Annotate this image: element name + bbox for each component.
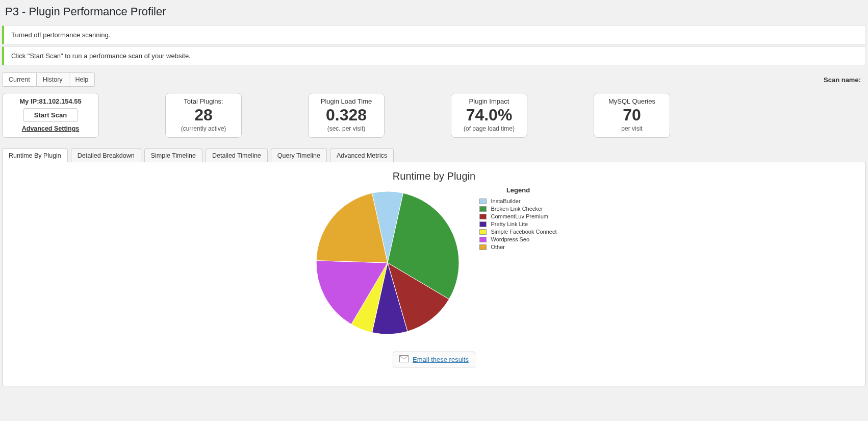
tab-detailed-timeline[interactable]: Detailed Timeline [206,148,268,162]
chart-title: Runtime by Plugin [10,170,858,182]
legend-swatch [479,199,487,204]
metric-load-time: Plugin Load Time 0.328 (sec. per visit) [308,93,385,138]
page-title: P3 - Plugin Performance Profiler [5,5,866,18]
legend-item[interactable]: InstaBuilder [479,198,556,204]
legend-label: Wordpress Seo [491,236,529,242]
envelope-icon [399,355,409,364]
metric-sub: (sec. per visit) [318,125,375,132]
legend-swatch [479,221,487,227]
legend-item[interactable]: Pretty Link Lite [479,221,556,227]
legend-label: Broken Link Checker [491,206,543,212]
metric-value: 74.0% [461,106,518,124]
legend-item[interactable]: Broken Link Checker [479,206,556,212]
notice-start-scan: Click "Start Scan" to run a performance … [2,46,866,65]
metric-label: MySQL Queries [603,97,660,105]
legend-swatch [479,229,487,235]
legend-item[interactable]: Simple Facebook Connect [479,229,556,235]
top-tabs: Current History Help [2,72,95,87]
legend-item[interactable]: Other [479,244,556,250]
metric-label: Total Plugins: [175,97,232,105]
tab-detailed-breakdown[interactable]: Detailed Breakdown [71,148,141,162]
pie-chart [311,186,464,339]
metric-value: 0.328 [318,106,375,124]
scan-control-card: My IP:81.102.154.55 Start Scan Advanced … [2,93,99,138]
tab-simple-timeline[interactable]: Simple Timeline [144,148,202,162]
chart-legend: Legend InstaBuilderBroken Link CheckerCo… [479,186,556,252]
start-scan-button[interactable]: Start Scan [23,108,78,122]
tab-help[interactable]: Help [69,73,95,86]
my-ip: My IP:81.102.154.55 [12,97,89,105]
legend-swatch [479,214,487,219]
metric-queries: MySQL Queries 70 per visit [594,93,670,138]
email-results-link[interactable]: Email these results [413,356,469,363]
metric-label: Plugin Load Time [318,97,375,105]
advanced-settings-link[interactable]: Advanced Settings [12,125,89,132]
ip-label: My IP: [19,97,39,105]
metric-total-plugins: Total Plugins: 28 (currently active) [165,93,242,138]
legend-swatch [479,206,487,212]
metric-value: 70 [603,106,660,124]
tab-current[interactable]: Current [3,73,37,86]
legend-swatch [479,237,487,242]
notice-scanning-off: Turned off performance scanning. [2,26,866,44]
legend-label: InstaBuilder [491,198,520,204]
metric-label: Plugin Impact [461,97,518,105]
metric-value: 28 [175,106,232,124]
legend-label: Simple Facebook Connect [491,229,556,235]
tab-advanced-metrics[interactable]: Advanced Metrics [330,148,394,162]
legend-item[interactable]: Wordpress Seo [479,236,556,242]
metric-sub: (currently active) [175,125,232,132]
legend-label: Pretty Link Lite [491,221,528,227]
tab-history[interactable]: History [37,73,69,86]
legend-label: CommentLuv Premium [491,213,548,219]
tab-runtime-by-plugin[interactable]: Runtime By Plugin [2,148,68,162]
email-results-box[interactable]: Email these results [393,352,475,367]
ip-value: 81.102.154.55 [39,97,82,105]
metric-sub: per visit [603,125,660,132]
legend-label: Other [491,244,505,250]
legend-swatch [479,244,487,250]
legend-title: Legend [479,186,556,194]
tab-query-timeline[interactable]: Query Timeline [271,148,327,162]
result-tabs: Runtime By Plugin Detailed Breakdown Sim… [2,148,866,162]
results-panel: Runtime by Plugin Legend InstaBuilderBro… [2,162,866,386]
metric-sub: (of page load time) [461,125,518,132]
metric-impact: Plugin Impact 74.0% (of page load time) [451,93,527,138]
scan-name-label: Scan name: [824,76,866,84]
legend-item[interactable]: CommentLuv Premium [479,213,556,219]
